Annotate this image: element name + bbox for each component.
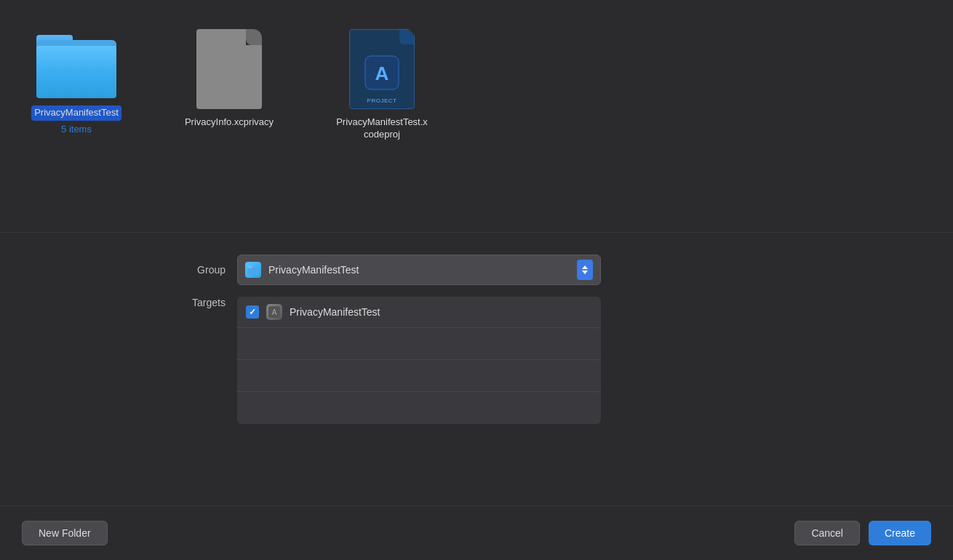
target-row-3 [237, 360, 601, 392]
stepper-up-icon [582, 265, 588, 269]
folder-count: 5 items [61, 124, 92, 135]
new-folder-button[interactable]: New Folder [22, 521, 108, 545]
bottom-panel: Group PrivacyManifestTest Targets [0, 233, 953, 560]
xcodeproj-icon: A PROJECT [349, 29, 415, 109]
group-value: PrivacyManifestTest [268, 264, 570, 276]
target-checkbox[interactable] [246, 305, 259, 319]
group-dropdown[interactable]: PrivacyManifestTest [237, 255, 601, 285]
form-area: Group PrivacyManifestTest Targets [145, 255, 953, 424]
cancel-button[interactable]: Cancel [794, 521, 860, 545]
group-label: Group [175, 264, 226, 276]
xcodeproj-item[interactable]: A PROJECT PrivacyManifestTest.xcodeproj [335, 29, 429, 141]
targets-label: Targets [175, 297, 226, 308]
svg-text:A: A [375, 63, 389, 84]
target-row-4 [237, 392, 601, 424]
targets-container: A PrivacyManifestTest [237, 297, 601, 424]
target-row-1[interactable]: A PrivacyManifestTest [237, 297, 601, 328]
create-button[interactable]: Create [869, 521, 931, 545]
xcpriv-icon [196, 29, 262, 109]
xcpriv-item[interactable]: PrivacyInfo.xcprivacy [182, 29, 276, 129]
right-buttons: Cancel Create [794, 521, 931, 545]
targets-row: Targets A PrivacyManifestTest [175, 297, 924, 424]
group-stepper[interactable] [577, 260, 593, 280]
group-folder-icon [245, 262, 261, 278]
target-name: PrivacyManifestTest [290, 306, 380, 318]
file-browser: PrivacyManifestTest 5 items PrivacyInfo.… [0, 0, 953, 233]
folder-item[interactable]: PrivacyManifestTest 5 items [29, 29, 124, 135]
action-bar: New Folder Cancel Create [0, 505, 953, 560]
stepper-down-icon [582, 271, 588, 274]
xcpriv-name: PrivacyInfo.xcprivacy [185, 116, 274, 129]
group-row: Group PrivacyManifestTest [175, 255, 924, 285]
target-row-2 [237, 328, 601, 360]
svg-rect-3 [247, 265, 252, 268]
folder-name: PrivacyManifestTest [31, 105, 121, 121]
svg-text:A: A [272, 308, 277, 316]
target-app-icon: A [266, 304, 282, 320]
xcodeproj-name: PrivacyManifestTest.xcodeproj [335, 116, 429, 141]
folder-icon [36, 29, 116, 98]
